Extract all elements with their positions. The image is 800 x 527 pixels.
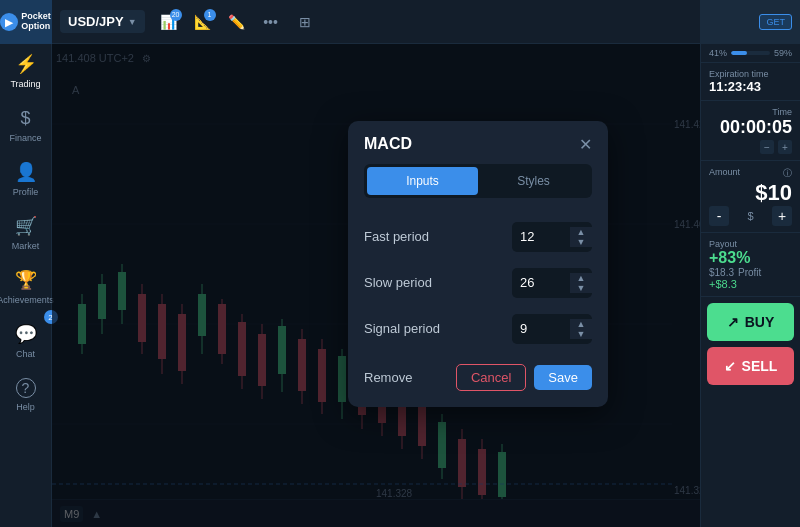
pencil-icon: ✏️	[228, 14, 245, 30]
drawing-btn[interactable]: 📐 1	[189, 8, 217, 36]
sidebar-item-label: Trading	[10, 79, 40, 89]
modal-footer: Remove Cancel Save	[348, 352, 608, 391]
pair-arrow: ▼	[128, 17, 137, 27]
expiry-block: Expiration time 11:23:43	[701, 63, 800, 101]
sidebar-item-label: Finance	[9, 133, 41, 143]
sidebar-item-label: Market	[12, 241, 40, 251]
get-button[interactable]: GET	[759, 14, 792, 30]
amount-decrease-btn[interactable]: -	[709, 206, 729, 226]
toolbar: 📊 20 📐 1 ✏️ ••• ⊞	[155, 8, 792, 36]
more-icon: •••	[263, 14, 278, 30]
chat-icon: 💬	[15, 323, 37, 345]
drawing-badge: 1	[204, 9, 216, 21]
modal-close-button[interactable]: ✕	[579, 135, 592, 154]
modal-header: MACD ✕	[348, 121, 608, 164]
time-block: Time 00:00:05 − +	[701, 101, 800, 161]
amount-label-text: Amount	[709, 167, 740, 180]
save-button[interactable]: Save	[534, 365, 592, 390]
amount-block: Amount ⓘ $10 - $ +	[701, 161, 800, 233]
signal-period-spinners: ▲ ▼	[570, 319, 592, 339]
bar-track	[731, 51, 770, 55]
payout-profit-label: Profit	[738, 267, 761, 278]
slow-period-label: Slow period	[364, 275, 432, 290]
signal-period-input-group: ▲ ▼	[512, 314, 592, 344]
payout-label: Payout	[709, 239, 792, 249]
modal-tabs: Inputs Styles	[364, 164, 592, 198]
macd-modal: MACD ✕ Inputs Styles Fast period ▲ ▼ Slo…	[348, 121, 608, 407]
sidebar-item-label: Help	[16, 402, 35, 412]
tab-styles[interactable]: Styles	[478, 167, 589, 195]
sidebar-item-chat[interactable]: 💬 Chat 2	[0, 314, 52, 368]
amount-label: Amount ⓘ	[709, 167, 792, 180]
topbar: USD/JPY ▼ 📊 20 📐 1 ✏️ ••• ⊞	[52, 0, 800, 44]
payout-block: Payout +83% $18.3 Profit +$8.3	[701, 233, 800, 297]
percent-right: 59%	[774, 48, 792, 58]
grid-btn[interactable]: ⊞	[291, 8, 319, 36]
finance-icon: $	[20, 108, 30, 129]
percent-bar: 41% 59%	[701, 44, 800, 63]
sidebar-item-market[interactable]: 🛒 Market	[0, 206, 52, 260]
sidebar-item-profile[interactable]: 👤 Profile	[0, 152, 52, 206]
chart-type-btn[interactable]: 📊 20	[155, 8, 183, 36]
payout-profit-val: +$8.3	[709, 278, 792, 290]
fast-period-label: Fast period	[364, 229, 429, 244]
logo-icon: ▶	[0, 13, 18, 31]
sidebar-item-label: Chat	[16, 349, 35, 359]
trading-icon: ⚡	[15, 53, 37, 75]
logo-text: PocketOption	[21, 12, 51, 32]
slow-period-spinners: ▲ ▼	[570, 273, 592, 293]
payout-amount: $18.3	[709, 267, 734, 278]
profile-icon: 👤	[15, 161, 37, 183]
sidebar-item-achievements[interactable]: 🏆 Achievements	[0, 260, 52, 314]
sidebar-item-finance[interactable]: $ Finance	[0, 98, 52, 152]
sidebar-item-help[interactable]: ? Help	[0, 368, 52, 422]
more-btn[interactable]: •••	[257, 8, 285, 36]
sidebar-item-label: Achievements	[0, 295, 54, 305]
pair-selector[interactable]: USD/JPY ▼	[60, 10, 145, 33]
fast-period-down[interactable]: ▼	[570, 237, 592, 247]
sell-label: SELL	[742, 358, 778, 374]
grid-icon: ⊞	[299, 14, 311, 30]
slow-period-up[interactable]: ▲	[570, 273, 592, 283]
signal-period-input[interactable]	[512, 321, 570, 336]
bar-fill	[731, 51, 747, 55]
achievements-icon: 🏆	[15, 269, 37, 291]
amount-increase-btn[interactable]: +	[772, 206, 792, 226]
cancel-button[interactable]: Cancel	[456, 364, 526, 391]
slow-period-input[interactable]	[512, 275, 570, 290]
market-icon: 🛒	[15, 215, 37, 237]
help-icon: ?	[16, 378, 36, 398]
time-value: 00:00:05	[709, 117, 792, 138]
time-increase-btn[interactable]: +	[778, 140, 792, 154]
amount-currency: $	[747, 210, 753, 222]
remove-button[interactable]: Remove	[364, 370, 412, 385]
buy-button[interactable]: ↗ BUY	[707, 303, 794, 341]
pencil-btn[interactable]: ✏️	[223, 8, 251, 36]
signal-period-label: Signal period	[364, 321, 440, 336]
percent-left: 41%	[709, 48, 727, 58]
expiry-label: Expiration time	[709, 69, 792, 79]
sidebar: ▶ PocketOption ⚡ Trading $ Finance 👤 Pro…	[0, 0, 52, 527]
pair-label: USD/JPY	[68, 14, 124, 29]
slow-period-input-group: ▲ ▼	[512, 268, 592, 298]
signal-period-down[interactable]: ▼	[570, 329, 592, 339]
slow-period-down[interactable]: ▼	[570, 283, 592, 293]
fast-period-row: Fast period ▲ ▼	[348, 214, 608, 260]
sell-arrow: ↙	[724, 358, 736, 374]
fast-period-up[interactable]: ▲	[570, 227, 592, 237]
sell-button[interactable]: ↙ SELL	[707, 347, 794, 385]
sidebar-item-trading[interactable]: ⚡ Trading	[0, 44, 52, 98]
tab-inputs[interactable]: Inputs	[367, 167, 478, 195]
amount-value: $10	[709, 180, 792, 206]
signal-period-up[interactable]: ▲	[570, 319, 592, 329]
buy-label: BUY	[745, 314, 775, 330]
fast-period-spinners: ▲ ▼	[570, 227, 592, 247]
fast-period-input[interactable]	[512, 229, 570, 244]
amount-info-icon: ⓘ	[783, 167, 792, 180]
logo[interactable]: ▶ PocketOption	[0, 0, 52, 44]
expiry-time: 11:23:43	[709, 79, 792, 94]
time-decrease-btn[interactable]: −	[760, 140, 774, 154]
indicators-badge: 20	[170, 9, 182, 21]
signal-period-row: Signal period ▲ ▼	[348, 306, 608, 352]
fast-period-input-group: ▲ ▼	[512, 222, 592, 252]
